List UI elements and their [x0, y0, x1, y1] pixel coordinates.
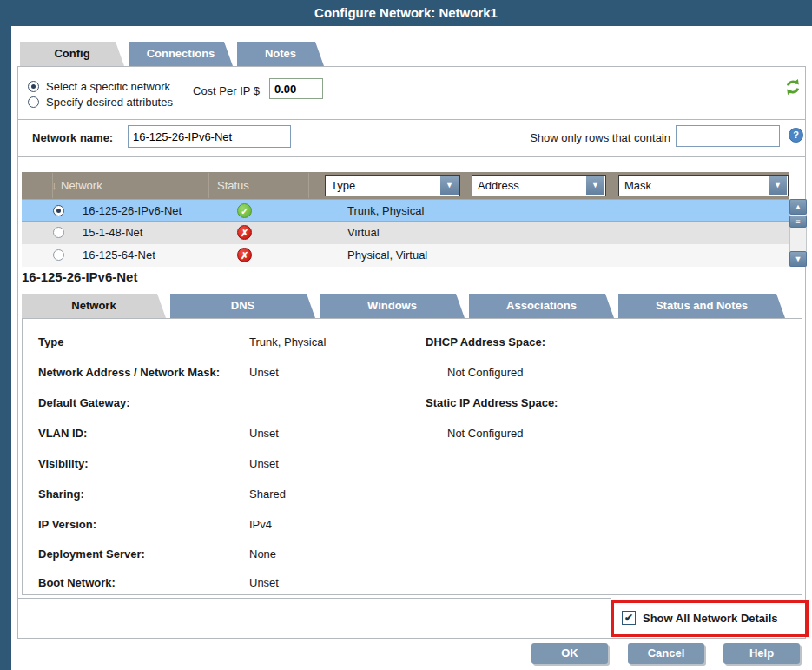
divider: [52, 173, 53, 198]
dialog-titlebar: Configure Network: Network1: [0, 0, 812, 26]
detail-value: Not Configured: [447, 427, 523, 440]
mask-filter-dropdown[interactable]: Mask ▼: [618, 175, 789, 196]
scrollbar-thumb[interactable]: ≡: [789, 216, 807, 228]
type-filter-dropdown[interactable]: Type ▼: [325, 175, 460, 196]
detail-label: Sharing:: [38, 488, 84, 501]
help-button[interactable]: Help: [723, 643, 800, 664]
network-name-input[interactable]: [128, 125, 291, 148]
detail-label: Default Gateway:: [38, 396, 129, 409]
tab-windows[interactable]: Windows: [320, 294, 465, 318]
detail-value: IPv4: [249, 518, 272, 531]
detail-label: IP Version:: [38, 518, 96, 531]
table-row[interactable]: 16-125-64-Net ✗ Physical, Virtual: [22, 244, 789, 267]
row-network-type: Virtual: [347, 222, 380, 244]
row-network-name: 16-125-26-IPv6-Net: [83, 200, 182, 222]
network-name-label: Network name:: [32, 131, 113, 144]
type-filter-value: Type: [331, 176, 355, 196]
status-error-icon: ✗: [237, 248, 252, 262]
detail-label: VLAN ID:: [38, 427, 87, 440]
help-icon[interactable]: ?: [789, 128, 803, 143]
divider: [17, 156, 806, 157]
column-header-network[interactable]: Network: [61, 172, 102, 199]
detail-label: Type: [38, 335, 63, 348]
table-row[interactable]: 15-1-48-Net ✗ Virtual: [22, 222, 789, 244]
row-radio[interactable]: [53, 227, 64, 238]
dialog-title: Configure Network: Network1: [314, 5, 498, 20]
tab-notes[interactable]: Notes: [237, 42, 324, 66]
detail-label: DHCP Address Space:: [426, 335, 545, 348]
detail-label: Static IP Address Space:: [426, 396, 558, 409]
detail-label: Network Address / Network Mask:: [38, 366, 220, 379]
row-radio-selected[interactable]: [53, 205, 64, 216]
scroll-down-icon[interactable]: ▼: [789, 251, 807, 267]
detail-value: Shared: [249, 488, 286, 501]
row-network-type: Trunk, Physical: [347, 200, 424, 222]
background-strip: [0, 26, 11, 670]
tab-network[interactable]: Network: [22, 294, 166, 318]
status-error-icon: ✗: [237, 225, 252, 240]
chevron-down-icon[interactable]: ▼: [440, 176, 459, 195]
refresh-icon[interactable]: [784, 78, 802, 96]
row-radio[interactable]: [53, 249, 64, 261]
configure-network-dialog: Configure Network: Network1 Config Conne…: [0, 0, 812, 670]
divider: [17, 119, 806, 120]
row-network-name: 16-125-64-Net: [83, 244, 155, 267]
radio-select-specific-network[interactable]: [28, 81, 39, 92]
ok-button[interactable]: OK: [531, 643, 608, 664]
detail-value: Unset: [249, 427, 279, 440]
row-network-name: 15-1-48-Net: [83, 222, 142, 244]
address-filter-dropdown[interactable]: Address ▼: [472, 175, 606, 196]
radio-select-specific-network-label: Select a specific network: [46, 80, 170, 93]
highlight-rectangle: ✔ Show All Network Details: [611, 600, 809, 637]
detail-label: Visibility:: [38, 457, 89, 470]
radio-specify-desired-attributes[interactable]: [28, 96, 39, 108]
mask-filter-value: Mask: [624, 176, 651, 196]
detail-label: Boot Network:: [38, 576, 116, 589]
radio-specify-desired-attributes-label: Specify desired attributes: [46, 96, 173, 109]
tab-status-and-notes[interactable]: Status and Notes: [618, 294, 785, 318]
tab-config[interactable]: Config: [20, 42, 124, 66]
chevron-down-icon[interactable]: ▼: [586, 176, 604, 195]
tab-associations[interactable]: Associations: [469, 294, 614, 318]
divider: [208, 173, 209, 198]
scroll-up-icon[interactable]: ▲: [789, 199, 807, 215]
detail-value: Unset: [249, 576, 279, 589]
selected-network-heading: 16-125-26-IPv6-Net: [22, 269, 137, 284]
address-filter-value: Address: [478, 176, 519, 196]
filter-rows-input[interactable]: [676, 125, 780, 147]
cost-per-ip-input[interactable]: [269, 78, 323, 99]
divider: [308, 173, 309, 198]
filter-rows-label: Show only rows that contain: [486, 131, 670, 144]
network-table-header: ↓ Network Status Type ▼ Address ▼ Mask ▼: [22, 172, 789, 199]
column-header-status[interactable]: Status: [217, 172, 249, 199]
divider: [17, 598, 611, 599]
detail-value: Unset: [249, 457, 279, 470]
show-all-network-details-label: Show All Network Details: [643, 603, 778, 634]
cost-per-ip-label: Cost Per IP $: [193, 84, 260, 97]
detail-value: Trunk, Physical: [249, 335, 326, 348]
status-ok-icon: ✓: [237, 203, 252, 218]
row-network-type: Physical, Virtual: [347, 244, 427, 267]
show-all-network-details-checkbox[interactable]: ✔: [622, 611, 636, 625]
detail-value: Not Configured: [447, 366, 523, 379]
cancel-button[interactable]: Cancel: [628, 643, 704, 664]
chevron-down-icon[interactable]: ▼: [769, 176, 787, 195]
tab-dns[interactable]: DNS: [170, 294, 315, 318]
detail-label: Deployment Server:: [38, 547, 145, 561]
detail-value: Unset: [249, 366, 279, 379]
tab-connections[interactable]: Connections: [129, 42, 233, 66]
table-row[interactable]: 16-125-26-IPv6-Net ✓ Trunk, Physical: [22, 199, 789, 222]
detail-value: None: [249, 547, 276, 561]
